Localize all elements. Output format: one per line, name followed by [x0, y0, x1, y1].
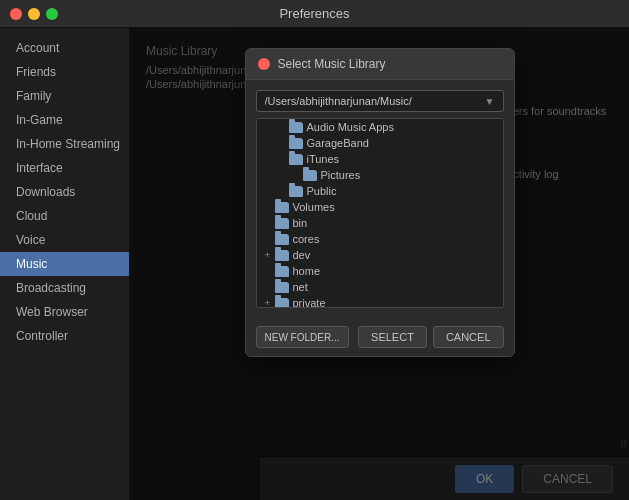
tree-label: net — [293, 281, 308, 293]
content-area: Music Library /Users/abhijithnarjunan/Mu… — [130, 28, 629, 500]
modal-footer-right: SELECT CANCEL — [358, 326, 503, 348]
folder-icon — [275, 266, 289, 277]
tree-label: GarageBand — [307, 137, 369, 149]
sidebar-item-account[interactable]: Account — [0, 36, 129, 60]
sidebar-item-voice[interactable]: Voice — [0, 228, 129, 252]
folder-icon — [275, 202, 289, 213]
tree-item-cores[interactable]: cores — [257, 231, 503, 247]
sidebar-item-web-browser[interactable]: Web Browser — [0, 300, 129, 324]
tree-item-dev[interactable]: + dev — [257, 247, 503, 263]
modal-body: /Users/abhijithnarjunan/Music/ ▼ Audio M… — [246, 80, 514, 318]
folder-icon — [289, 154, 303, 165]
tree-label: cores — [293, 233, 320, 245]
select-button[interactable]: SELECT — [358, 326, 427, 348]
dropdown-arrow-icon: ▼ — [485, 96, 495, 107]
folder-icon — [289, 138, 303, 149]
expand-icon: + — [263, 298, 273, 308]
tree-label: private — [293, 297, 326, 308]
tree-item-home[interactable]: home — [257, 263, 503, 279]
sidebar-item-music[interactable]: Music — [0, 252, 129, 276]
tree-item-volumes[interactable]: Volumes — [257, 199, 503, 215]
file-tree[interactable]: Audio Music Apps GarageBand — [256, 118, 504, 308]
window-title: Preferences — [279, 6, 349, 21]
tree-label: Pictures — [321, 169, 361, 181]
modal-overlay: Select Music Library /Users/abhijithnarj… — [130, 28, 629, 500]
tree-label: dev — [293, 249, 311, 261]
folder-icon — [275, 250, 289, 261]
tree-item-bin[interactable]: bin — [257, 215, 503, 231]
sidebar-item-interface[interactable]: Interface — [0, 156, 129, 180]
tree-label: iTunes — [307, 153, 340, 165]
path-dropdown[interactable]: /Users/abhijithnarjunan/Music/ ▼ — [256, 90, 504, 112]
modal-cancel-button[interactable]: CANCEL — [433, 326, 504, 348]
folder-icon — [275, 282, 289, 293]
new-folder-button[interactable]: NEW FOLDER... — [256, 326, 349, 348]
sidebar-item-friends[interactable]: Friends — [0, 60, 129, 84]
tree-item-net[interactable]: net — [257, 279, 503, 295]
path-dropdown-text: /Users/abhijithnarjunan/Music/ — [265, 95, 481, 107]
traffic-lights — [10, 8, 58, 20]
title-bar: Preferences — [0, 0, 629, 28]
tree-label: home — [293, 265, 321, 277]
select-music-library-modal: Select Music Library /Users/abhijithnarj… — [245, 48, 515, 357]
sidebar-item-controller[interactable]: Controller — [0, 324, 129, 348]
sidebar-item-family[interactable]: Family — [0, 84, 129, 108]
sidebar-item-in-home-streaming[interactable]: In-Home Streaming — [0, 132, 129, 156]
tree-item-itunes[interactable]: iTunes — [257, 151, 503, 167]
sidebar-item-in-game[interactable]: In-Game — [0, 108, 129, 132]
folder-icon — [289, 186, 303, 197]
modal-footer: NEW FOLDER... SELECT CANCEL — [246, 318, 514, 356]
folder-icon — [303, 170, 317, 181]
expand-icon: + — [263, 250, 273, 260]
tree-item-audio-music-apps[interactable]: Audio Music Apps — [257, 119, 503, 135]
folder-icon — [289, 122, 303, 133]
tree-label: Audio Music Apps — [307, 121, 394, 133]
tree-item-public[interactable]: Public — [257, 183, 503, 199]
tree-item-pictures[interactable]: Pictures — [257, 167, 503, 183]
minimize-button[interactable] — [28, 8, 40, 20]
modal-header: Select Music Library — [246, 49, 514, 80]
close-button[interactable] — [10, 8, 22, 20]
main-layout: Account Friends Family In-Game In-Home S… — [0, 28, 629, 500]
modal-title: Select Music Library — [278, 57, 386, 71]
tree-label: Volumes — [293, 201, 335, 213]
sidebar-item-cloud[interactable]: Cloud — [0, 204, 129, 228]
modal-close-icon[interactable] — [258, 58, 270, 70]
folder-icon — [275, 234, 289, 245]
sidebar-item-downloads[interactable]: Downloads — [0, 180, 129, 204]
folder-icon — [275, 298, 289, 309]
tree-item-garageband[interactable]: GarageBand — [257, 135, 503, 151]
sidebar: Account Friends Family In-Game In-Home S… — [0, 28, 130, 500]
tree-label: Public — [307, 185, 337, 197]
sidebar-item-broadcasting[interactable]: Broadcasting — [0, 276, 129, 300]
maximize-button[interactable] — [46, 8, 58, 20]
folder-icon — [275, 218, 289, 229]
tree-item-private[interactable]: + private — [257, 295, 503, 308]
tree-label: bin — [293, 217, 308, 229]
